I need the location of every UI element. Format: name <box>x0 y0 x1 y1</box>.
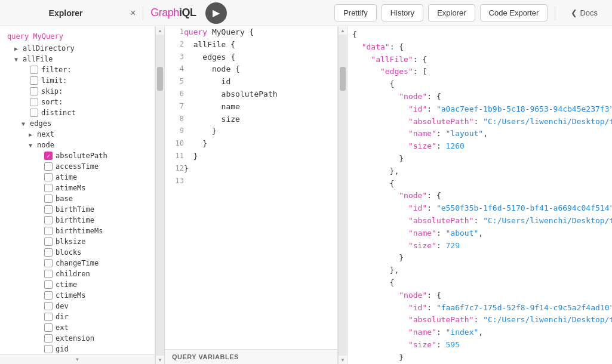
tree-item-distinct[interactable]: distinct <box>0 107 155 118</box>
tree-item-sort[interactable]: sort: <box>0 97 155 107</box>
result-line: "size": 595 <box>352 339 612 351</box>
checkbox-atime[interactable] <box>44 173 53 181</box>
code-exporter-button[interactable]: Code Exporter <box>480 4 548 21</box>
explorer-tree[interactable]: query MyQuery ▶ allDirectory ▼ allFile f… <box>0 26 155 354</box>
history-button[interactable]: History <box>382 4 423 21</box>
prettify-button[interactable]: Prettify <box>334 4 376 21</box>
scroll-down-arrow[interactable]: ▼ <box>156 356 164 364</box>
explorer-editor-divider: ▲ ▼ <box>155 26 165 364</box>
scroll-up-arrow[interactable]: ▲ <box>156 26 164 35</box>
checkbox-sort[interactable] <box>30 98 38 106</box>
item-label: changeTime <box>56 259 99 267</box>
toggle-icon: ▼ <box>14 56 23 63</box>
checkbox-skip[interactable] <box>30 87 38 95</box>
code-editor[interactable]: 1query MyQuery {2 allFile {3 edges {4 no… <box>165 26 337 349</box>
checkbox-blksize[interactable] <box>44 237 53 246</box>
header: Explorer × GraphiQL ▶ Prettify History E… <box>0 0 612 26</box>
tree-item-blocks[interactable]: blocks <box>0 247 155 258</box>
line-code: } <box>184 125 337 138</box>
checkbox-base[interactable] <box>44 195 53 203</box>
tree-item-limit[interactable]: limit: <box>0 75 155 86</box>
tree-item-filter[interactable]: filter: <box>0 64 155 75</box>
line-number: 11 <box>165 150 184 163</box>
tree-item-children[interactable]: children <box>0 269 155 279</box>
tree-item-base[interactable]: base <box>0 193 155 204</box>
line-number: 2 <box>165 39 184 51</box>
checkbox-filter[interactable] <box>30 66 38 74</box>
play-icon: ▶ <box>213 7 220 18</box>
results-panel: { "data": { "allFile": { "edges": [ { "n… <box>347 26 612 364</box>
scroll-track[interactable] <box>156 35 164 356</box>
result-line: "node": { <box>352 289 612 302</box>
code-table: 1query MyQuery {2 allFile {3 edges {4 no… <box>165 26 337 187</box>
line-code: node { <box>184 63 337 76</box>
explorer-button[interactable]: Explorer <box>428 4 475 21</box>
checkbox-birthtime2[interactable] <box>44 216 53 224</box>
checkbox-children[interactable] <box>44 270 53 278</box>
tree-item-ctime[interactable]: ctime <box>0 279 155 290</box>
checkbox-ext[interactable] <box>44 323 53 332</box>
tree-item-allfile[interactable]: ▼ allFile <box>0 54 155 64</box>
tree-item-alldirectory[interactable]: ▶ allDirectory <box>0 43 155 54</box>
tree-item-dir[interactable]: dir <box>0 311 155 322</box>
tree-item-gid[interactable]: gid <box>0 344 155 354</box>
tree-item-blksize[interactable]: blksize <box>0 236 155 247</box>
docs-button[interactable]: ❮ Docs <box>562 5 606 21</box>
checkbox-extension[interactable] <box>44 334 53 343</box>
line-number: 4 <box>165 63 184 76</box>
checkbox-limit[interactable] <box>30 76 38 85</box>
line-number: 8 <box>165 113 184 126</box>
tree-item-skip[interactable]: skip: <box>0 86 155 97</box>
checkbox-dir[interactable] <box>44 313 53 321</box>
tree-item-ctimems[interactable]: ctimeMs <box>0 290 155 301</box>
checkbox-gid[interactable] <box>44 345 53 353</box>
tree-item-absolutepath[interactable]: ✓ absolutePath <box>0 150 155 161</box>
item-label: allDirectory <box>23 44 75 53</box>
tree-item-birthtime2[interactable]: birthtime <box>0 215 155 226</box>
tree-item-extension[interactable]: extension <box>0 333 155 344</box>
checkbox-dev[interactable] <box>44 302 53 310</box>
checkbox-distinct[interactable] <box>30 109 38 117</box>
checkbox-accesstime[interactable] <box>44 162 53 171</box>
tree-item-node[interactable]: ▼ node <box>0 140 155 150</box>
tree-item-birthtimems[interactable]: birthtimeMs <box>0 226 155 236</box>
tree-item-atime[interactable]: atime <box>0 172 155 183</box>
tree-item-accesstime[interactable]: accessTime <box>0 161 155 172</box>
results-output[interactable]: { "data": { "allFile": { "edges": [ { "n… <box>347 26 612 364</box>
docs-label: Docs <box>580 8 598 17</box>
item-label: accessTime <box>56 162 99 171</box>
scroll-up-arrow2[interactable]: ▲ <box>339 26 347 35</box>
line-number: 3 <box>165 51 184 64</box>
result-line: } <box>352 153 612 165</box>
scroll-thumb[interactable] <box>157 67 163 91</box>
checkbox-changetime[interactable] <box>44 259 53 267</box>
tree-item-birthtime[interactable]: birthTime <box>0 204 155 215</box>
run-query-button[interactable]: ▶ <box>205 2 227 24</box>
scroll-track2[interactable] <box>339 35 347 356</box>
close-explorer-button[interactable]: × <box>130 8 136 18</box>
tree-item-dev[interactable]: dev <box>0 301 155 311</box>
explorer-scroll-bottom[interactable]: ▼ <box>0 354 155 364</box>
checkbox-ctime[interactable] <box>44 280 53 289</box>
checkbox-birthtimems[interactable] <box>44 227 53 235</box>
checkbox-absolutepath[interactable]: ✓ <box>44 152 53 160</box>
tree-item-ext[interactable]: ext <box>0 322 155 333</box>
line-number: 12 <box>165 163 184 175</box>
checkbox-birthtime[interactable] <box>44 205 53 214</box>
item-label: next <box>37 130 54 138</box>
item-label: blksize <box>56 237 86 246</box>
checkbox-blocks[interactable] <box>44 248 53 257</box>
tree-item-next[interactable]: ▶ next <box>0 129 155 140</box>
query-variables-bar[interactable]: QUERY VARIABLES <box>165 349 337 364</box>
tree-item-changetime[interactable]: changeTime <box>0 258 155 269</box>
item-label: blocks <box>56 248 81 257</box>
checkbox-atimems[interactable] <box>44 184 53 192</box>
scroll-thumb2[interactable] <box>340 67 346 91</box>
line-number: 5 <box>165 76 184 88</box>
result-line: "node": { <box>352 91 612 103</box>
item-label: ctimeMs <box>56 291 86 300</box>
checkbox-ctimems[interactable] <box>44 291 53 300</box>
scroll-down-arrow2[interactable]: ▼ <box>339 356 347 364</box>
tree-item-atimems[interactable]: atimeMs <box>0 183 155 193</box>
tree-item-edges[interactable]: ▼ edges <box>0 118 155 129</box>
